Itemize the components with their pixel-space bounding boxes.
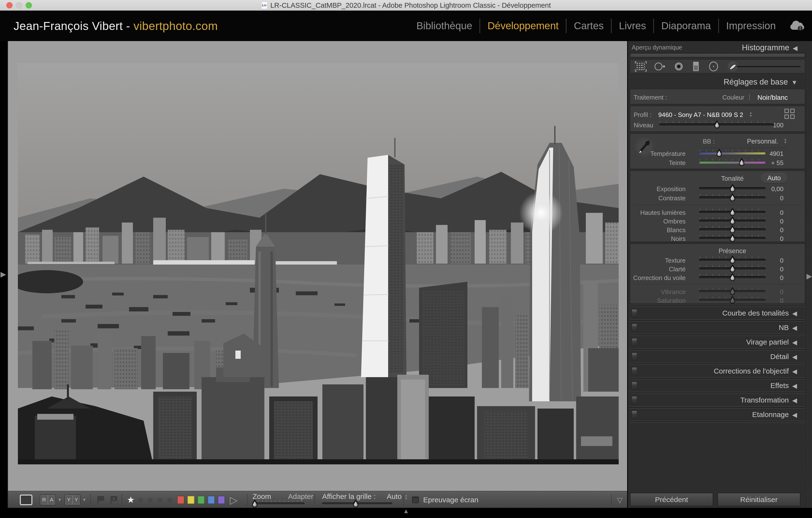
saturation-slider[interactable] — [699, 299, 765, 301]
panel-detail[interactable]: Détail◀ — [630, 350, 805, 363]
star-4-icon[interactable]: ★ — [156, 495, 166, 505]
tint-value[interactable]: + 55 — [771, 159, 783, 167]
grid-size-slider[interactable] — [322, 502, 392, 505]
vibrance-slider[interactable] — [699, 290, 765, 293]
amount-slider-row: Niveau 100 — [630, 120, 805, 129]
before-after-view-icon[interactable]: RA — [40, 494, 56, 505]
panel-calibration[interactable]: Etalonnage◀ — [630, 408, 805, 421]
soft-proof-label[interactable]: Epreuvage écran — [423, 496, 478, 504]
panel-toggle-switch[interactable] — [632, 324, 637, 332]
highlights-slider[interactable] — [699, 211, 765, 213]
tint-label: Teinte — [669, 159, 686, 167]
collapsed-panels: Courbe des tonalités◀ NB◀ Virage partiel… — [630, 305, 805, 423]
panel-toggle-switch[interactable] — [632, 382, 637, 390]
exposure-slider[interactable] — [699, 187, 765, 190]
whites-slider[interactable] — [699, 228, 765, 231]
exposure-row: Exposition 0,00 — [630, 184, 805, 193]
auto-tone-button[interactable]: Auto — [761, 173, 787, 183]
module-impression[interactable]: Impression — [718, 19, 783, 33]
dehaze-slider[interactable] — [699, 276, 765, 279]
pick-flag-icon[interactable] — [96, 494, 106, 505]
before-after-dropdown-icon[interactable]: ▼ — [58, 498, 62, 502]
clarity-slider[interactable] — [699, 268, 765, 270]
loupe-view-icon[interactable] — [20, 494, 32, 505]
smart-preview-status[interactable]: Aperçu dynamique — [632, 44, 682, 51]
temperature-value[interactable]: 4901 — [770, 150, 783, 157]
slideshow-play-icon[interactable]: ▷ — [230, 494, 237, 506]
star-1-icon[interactable]: ★ — [127, 495, 137, 505]
show-filmstrip-arrow-icon[interactable]: ▲ — [403, 508, 409, 514]
radial-filter-icon[interactable] — [707, 61, 720, 72]
zoom-slider[interactable] — [253, 502, 304, 505]
module-livres[interactable]: Livres — [611, 19, 653, 33]
show-left-panel-arrow-icon[interactable]: ▶ — [0, 271, 6, 278]
tint-slider[interactable] — [699, 161, 765, 163]
blacks-slider[interactable] — [699, 237, 765, 239]
panel-toggle-switch[interactable] — [632, 396, 637, 404]
module-bibliotheque[interactable]: Bibliothèque — [409, 19, 480, 33]
color-label-yellow[interactable] — [187, 496, 195, 504]
panel-toggle-switch[interactable] — [632, 309, 637, 317]
treatment-bw-option[interactable]: Noir/blanc — [757, 94, 788, 101]
reject-flag-icon[interactable]: x — [110, 494, 119, 505]
red-eye-icon[interactable] — [673, 61, 685, 72]
star-rating[interactable]: ★★★★★ — [127, 491, 175, 508]
panel-transform[interactable]: Transformation◀ — [630, 394, 805, 406]
texture-slider[interactable] — [699, 259, 765, 261]
contrast-slider[interactable] — [699, 196, 765, 199]
previous-button[interactable]: Précédent — [630, 493, 713, 507]
profile-value[interactable]: 9460 - Sony A7 - N&B 009 S 2 — [658, 111, 743, 119]
grid-mode-select[interactable]: Auto▲▼ — [387, 492, 408, 500]
star-2-icon[interactable]: ★ — [137, 495, 146, 505]
photo-canvas[interactable] — [18, 63, 619, 464]
panel-toggle-switch[interactable] — [632, 338, 637, 346]
crop-overlay-icon[interactable] — [635, 61, 647, 72]
fit-label[interactable]: Adapter — [288, 492, 314, 500]
filmstrip-collapsed-strip[interactable]: ▲ — [0, 508, 812, 518]
star-5-icon[interactable]: ★ — [166, 495, 175, 505]
panel-toggle-switch[interactable] — [632, 367, 637, 375]
split-view-icon[interactable]: YY — [64, 494, 81, 505]
color-label-purple[interactable] — [218, 496, 225, 504]
spot-removal-icon[interactable] — [653, 61, 667, 72]
basic-panel-header[interactable]: Réglages de base▼ — [724, 77, 798, 87]
presence-box: Présence Texture 0 Clarté 0 Correction d… — [630, 244, 805, 304]
reset-button[interactable]: Réinitialiser — [718, 493, 801, 507]
temperature-slider[interactable] — [699, 152, 765, 154]
wb-updown-icon[interactable]: ▲▼ — [784, 138, 787, 144]
profile-browser-icon[interactable] — [784, 109, 795, 119]
color-label-red[interactable] — [177, 496, 184, 504]
soft-proof-checkbox[interactable] — [412, 496, 419, 503]
profile-updown-icon[interactable]: ▲▼ — [749, 111, 752, 117]
module-cartes[interactable]: Cartes — [566, 19, 611, 33]
module-bar: Jean-François Vibert - vibertphoto.com B… — [0, 11, 812, 41]
panel-lens-corrections[interactable]: Corrections de l'objectif◀ — [630, 365, 805, 377]
adjustment-brush-icon[interactable] — [726, 61, 805, 72]
amount-value[interactable]: 100 — [773, 122, 783, 129]
panel-toggle-switch[interactable] — [632, 353, 637, 361]
panel-effects[interactable]: Effets◀ — [630, 379, 805, 392]
left-panel-collapsed-strip[interactable]: ▶ — [0, 41, 7, 508]
star-3-icon[interactable]: ★ — [146, 495, 156, 505]
panel-toggle-switch[interactable] — [632, 411, 637, 419]
cloud-sync-icon[interactable] — [789, 20, 805, 32]
amount-slider[interactable] — [659, 123, 775, 126]
panel-bw[interactable]: NB◀ — [630, 321, 805, 334]
shadows-slider[interactable] — [699, 220, 765, 222]
wb-value[interactable]: Personnal. — [747, 138, 778, 145]
module-developpement[interactable]: Développement — [480, 19, 566, 33]
color-label-blue[interactable] — [208, 496, 215, 504]
panel-tone-curve[interactable]: Courbe des tonalités◀ — [630, 307, 805, 319]
panel-split-toning[interactable]: Virage partiel◀ — [630, 336, 805, 348]
toolbar-options-dropdown-icon[interactable]: ▽ — [617, 496, 622, 504]
identity-site[interactable]: vibertphoto.com — [134, 20, 218, 32]
histogram-collapsed-strip[interactable] — [630, 53, 805, 58]
split-view-dropdown-icon[interactable]: ▼ — [82, 498, 86, 502]
color-label-green[interactable] — [198, 496, 205, 504]
module-diaporama[interactable]: Diaporama — [653, 19, 718, 33]
hide-right-panel-arrow-icon[interactable]: ▶ — [807, 273, 812, 280]
graduated-filter-icon[interactable] — [691, 61, 701, 72]
histogram-panel-header[interactable]: Histogramme◀ — [742, 43, 798, 52]
tint-row: Teinte + 55 — [630, 158, 805, 167]
treatment-color-option[interactable]: Couleur — [722, 94, 744, 101]
